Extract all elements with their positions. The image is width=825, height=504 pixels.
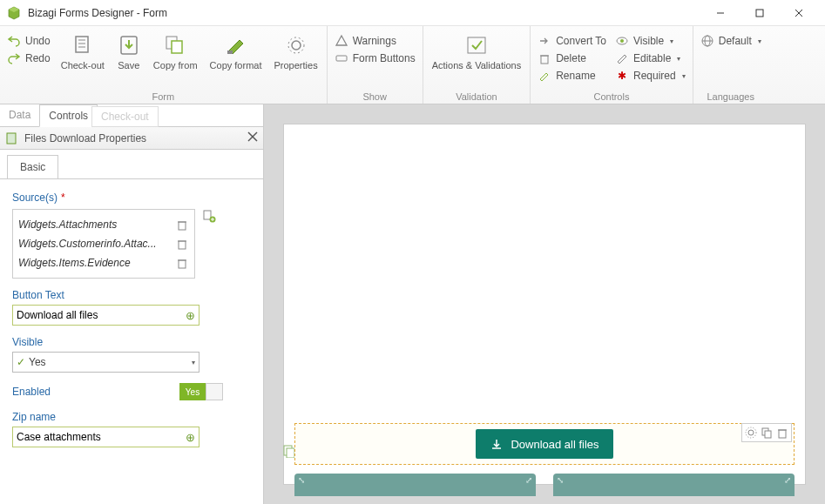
undo-button[interactable]: Undo [7, 33, 51, 49]
globe-icon[interactable]: ⊕ [186, 431, 195, 444]
source-item[interactable]: Widgets.Items.Evidence [18, 253, 189, 272]
sources-label: Source(s)* [12, 192, 251, 204]
editable-button[interactable]: Editable▾ [615, 50, 686, 66]
collapse-icon[interactable]: ⤢ [525, 475, 532, 485]
selected-control-row[interactable]: Download all files [294, 423, 795, 465]
save-button[interactable]: Save [115, 30, 143, 71]
chevron-down-icon: ▾ [192, 359, 195, 366]
trash-icon[interactable] [175, 218, 189, 232]
svg-rect-12 [172, 41, 182, 53]
check-icon: ✓ [17, 356, 25, 368]
rename-button[interactable]: Rename [538, 68, 606, 84]
lower-panels: ⤡⤢ ⤡⤢ [294, 474, 795, 496]
duplicate-icon[interactable] [760, 426, 774, 440]
trash-icon[interactable] [175, 237, 189, 251]
required-button[interactable]: ✱Required▾ [615, 68, 686, 84]
tab-basic[interactable]: Basic [7, 155, 58, 178]
toggle-on-label: Yes [179, 383, 206, 400]
copyfrom-icon [163, 33, 187, 57]
toggle-knob [206, 383, 223, 400]
svg-point-15 [288, 37, 304, 53]
svg-point-14 [292, 41, 301, 50]
trash-icon[interactable] [175, 256, 189, 270]
default-language-button[interactable]: Default▾ [700, 33, 761, 49]
rename-icon [538, 69, 551, 83]
add-source-icon[interactable] [202, 209, 216, 223]
copyformat-button[interactable]: Copy format [208, 30, 264, 71]
actions-validations-button[interactable]: Actions & Validations [430, 30, 524, 71]
convert-icon [538, 34, 551, 48]
pencil-icon [615, 51, 629, 65]
svg-rect-28 [179, 222, 186, 230]
gear-icon[interactable] [744, 426, 758, 440]
enabled-toggle[interactable]: Yes [179, 383, 223, 400]
close-button[interactable] [779, 1, 818, 25]
undo-label: Undo [25, 35, 51, 47]
trash-icon[interactable] [775, 426, 789, 440]
svg-point-41 [746, 427, 756, 438]
undo-icon [7, 34, 21, 48]
chevron-down-icon: ▾ [670, 37, 673, 45]
chevron-down-icon: ▾ [677, 55, 680, 63]
collapse-icon[interactable]: ⤡ [557, 475, 564, 485]
title-bar: Bizagi Forms Designer - Form [0, 0, 825, 26]
form-surface[interactable]: Download all files ⤡⤢ ⤡⤢ [283, 124, 806, 485]
required-icon: * [61, 192, 65, 204]
zipname-input[interactable] [17, 431, 186, 443]
source-item[interactable]: Widgets.Customerinfo.Attac... [18, 234, 189, 253]
globe-icon [700, 34, 714, 48]
warning-icon [335, 34, 348, 48]
convertto-button[interactable]: Convert To [538, 33, 606, 49]
properties-header: Files Download Properties [0, 127, 263, 150]
buttontext-input-wrapper: ⊕ [12, 305, 199, 326]
properties-button[interactable]: Properties [273, 30, 320, 71]
visible-button[interactable]: Visible▾ [615, 33, 686, 49]
formbuttons-button[interactable]: Form Buttons [335, 50, 416, 66]
svg-rect-25 [7, 133, 16, 144]
redo-button[interactable]: Redo [7, 50, 51, 66]
side-panel: Data Controls Check-out Files Download P… [0, 104, 264, 504]
download-all-files-button[interactable]: Download all files [476, 429, 612, 459]
minimize-button[interactable] [700, 1, 740, 25]
design-canvas[interactable]: Download all files ⤡⤢ ⤡⤢ [264, 104, 825, 504]
panel-block[interactable]: ⤡⤢ [294, 474, 536, 496]
svg-rect-43 [765, 431, 771, 438]
copyfrom-button[interactable]: Copy from [152, 30, 199, 71]
svg-point-21 [620, 39, 624, 43]
svg-rect-6 [76, 37, 88, 52]
delete-button[interactable]: Delete [538, 50, 606, 66]
svg-rect-3 [756, 10, 763, 17]
warnings-button[interactable]: Warnings [335, 33, 416, 49]
visible-label: Visible [12, 336, 251, 348]
svg-rect-17 [468, 37, 485, 53]
visible-dropdown[interactable]: ✓Yes ▾ [12, 352, 199, 373]
svg-rect-34 [204, 211, 211, 219]
globe-icon[interactable]: ⊕ [186, 309, 195, 322]
checkout-button[interactable]: Check-out [59, 30, 106, 71]
tab-data[interactable]: Data [0, 104, 39, 126]
download-icon [490, 437, 504, 451]
source-item[interactable]: Widgets.Attachments [18, 215, 189, 234]
save-icon [117, 33, 141, 57]
checkout-icon [71, 33, 95, 57]
panel-block[interactable]: ⤡⤢ [553, 474, 795, 496]
svg-rect-30 [179, 241, 186, 249]
row-tools [741, 423, 792, 442]
close-icon[interactable] [247, 131, 258, 144]
formbuttons-icon [335, 51, 348, 65]
zipname-input-wrapper: ⊕ [12, 427, 199, 447]
buttontext-input[interactable] [17, 309, 186, 321]
ribbon-group-languages: Languages [700, 91, 761, 102]
properties-icon [5, 131, 19, 145]
chevron-down-icon: ▾ [682, 72, 686, 80]
sources-list: Widgets.Attachments Widgets.Customerinfo… [12, 209, 195, 279]
collapse-icon[interactable]: ⤡ [298, 475, 305, 485]
ribbon-group-show: Show [335, 91, 416, 102]
svg-point-40 [748, 430, 754, 435]
redo-label: Redo [25, 52, 51, 64]
gear-icon [284, 33, 308, 57]
ribbon-group-validation: Validation [430, 91, 524, 102]
maximize-button[interactable] [740, 1, 779, 25]
tab-controls[interactable]: Controls [39, 104, 98, 127]
collapse-icon[interactable]: ⤢ [784, 475, 791, 485]
